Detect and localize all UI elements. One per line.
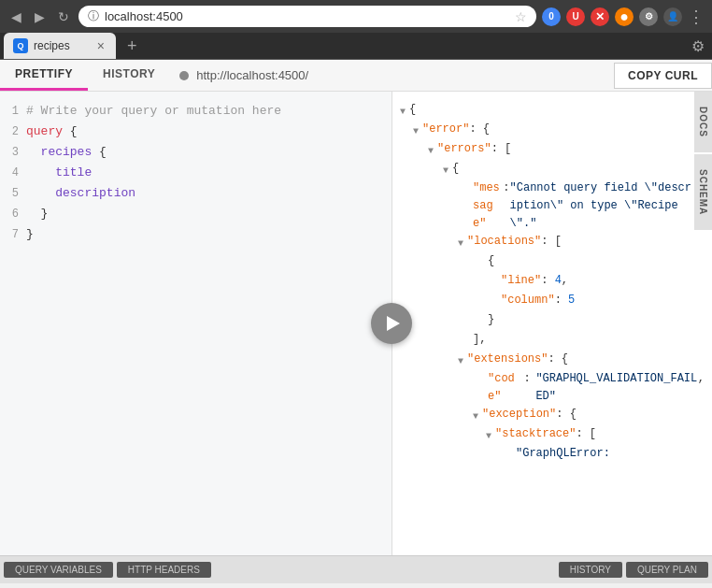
collapse-icon-12[interactable]: ▼ xyxy=(458,351,463,370)
prettify-button[interactable]: PRETTIFY xyxy=(0,60,88,91)
tab-bar: Q recipes × + ⚙ xyxy=(0,33,712,60)
run-button[interactable] xyxy=(371,303,412,344)
collapse-icon-6[interactable]: ▼ xyxy=(458,233,463,252)
query-plan-button[interactable]: QUERY PLAN xyxy=(626,562,708,578)
line-number-6: 6 xyxy=(0,205,26,223)
editor-line-6: 6 } xyxy=(0,204,392,224)
bottom-bar: QUERY VARIABLES HTTP HEADERS HISTORY QUE… xyxy=(0,555,712,583)
resp-line-3: ▼ "errors": [ xyxy=(392,140,712,160)
resp-line-2: ▼ "error": { xyxy=(392,121,712,140)
gql-toolbar: PRETTIFY HISTORY http://localhost:4500/ … xyxy=(0,60,712,92)
collapse-icon-14[interactable]: ▼ xyxy=(473,406,478,425)
spacer-10 xyxy=(473,311,484,331)
resp-line-5: "message": "Cannot query field \"descrip… xyxy=(392,179,712,233)
spacer-16 xyxy=(501,445,512,465)
browser-actions: 0 U ✕ ● ⚙ 👤 ⋮ xyxy=(542,7,705,27)
url-text: localhost:4500 xyxy=(105,9,509,23)
ext-icon-gear[interactable]: ⚙ xyxy=(639,7,658,26)
line-content-1: # Write your query or mutation here xyxy=(26,102,392,121)
resp-line-16: "GraphQLError: xyxy=(392,445,712,465)
browser-chrome: ◀ ▶ ↻ ⓘ localhost:4500 ☆ 0 U ✕ ● ⚙ 👤 ⋮ Q… xyxy=(0,0,712,60)
tab-recipes[interactable]: Q recipes × xyxy=(4,33,116,59)
collapse-icon-4[interactable]: ▼ xyxy=(443,160,449,179)
history-bottom-button[interactable]: HISTORY xyxy=(559,562,622,578)
tab-title: recipes xyxy=(34,39,90,52)
url-display: http://localhost:4500/ xyxy=(196,68,308,82)
line-content-2: query { xyxy=(26,122,392,141)
resp-line-1: ▼ { xyxy=(392,101,712,121)
spacer-13 xyxy=(473,370,484,390)
resp-line-9: "column": 5 xyxy=(392,292,712,311)
browser-titlebar: ◀ ▶ ↻ ⓘ localhost:4500 ☆ 0 U ✕ ● ⚙ 👤 ⋮ xyxy=(0,0,712,33)
back-button[interactable]: ◀ xyxy=(7,7,25,26)
spacer-7 xyxy=(473,252,484,272)
forward-button[interactable]: ▶ xyxy=(31,7,49,26)
ext-icon-x[interactable]: ✕ xyxy=(591,7,609,26)
history-button[interactable]: HISTORY xyxy=(88,60,170,91)
spacer-9 xyxy=(486,292,497,311)
editor-area: 1 # Write your query or mutation here 2 … xyxy=(0,92,712,555)
spacer-5 xyxy=(458,179,469,199)
address-bar[interactable]: ⓘ localhost:4500 ☆ xyxy=(78,6,536,27)
resp-line-4: ▼ { xyxy=(392,160,712,179)
docs-tab[interactable]: DOCS xyxy=(694,92,712,152)
url-dot xyxy=(179,71,189,80)
editor-content[interactable]: 1 # Write your query or mutation here 2 … xyxy=(0,92,392,555)
url-area: http://localhost:4500/ xyxy=(170,65,614,86)
lock-icon: ⓘ xyxy=(88,8,99,24)
line-content-4: title xyxy=(26,164,392,182)
line-number-3: 3 xyxy=(0,143,26,162)
query-variables-button[interactable]: QUERY VARIABLES xyxy=(4,562,113,578)
editor-line-4: 4 title xyxy=(0,163,392,183)
query-editor[interactable]: 1 # Write your query or mutation here 2 … xyxy=(0,92,392,555)
star-icon: ☆ xyxy=(515,9,527,24)
resp-line-6: ▼ "locations": [ xyxy=(392,233,712,252)
spacer-8 xyxy=(486,272,497,292)
spacer-11 xyxy=(458,331,469,351)
line-number-4: 4 xyxy=(0,164,26,182)
schema-tab[interactable]: SCHEMA xyxy=(694,154,712,230)
collapse-icon-15[interactable]: ▼ xyxy=(486,425,491,445)
line-content-7: } xyxy=(26,225,392,244)
ext-icon-0[interactable]: 0 xyxy=(542,7,561,26)
resp-line-12: ▼ "extensions": { xyxy=(392,351,712,370)
collapse-icon-1[interactable]: ▼ xyxy=(400,101,406,121)
collapse-icon-3[interactable]: ▼ xyxy=(428,140,434,160)
resp-line-11: ], xyxy=(392,331,712,351)
resp-line-8: "line": 4, xyxy=(392,272,712,292)
tab-favicon: Q xyxy=(13,38,28,53)
line-content-5: description xyxy=(26,184,392,203)
line-number-7: 7 xyxy=(0,225,26,244)
refresh-button[interactable]: ↻ xyxy=(54,7,73,26)
resp-line-10: } xyxy=(392,311,712,331)
line-number-1: 1 xyxy=(0,102,26,121)
line-content-3: recipes { xyxy=(26,143,392,162)
editor-line-1: 1 # Write your query or mutation here xyxy=(0,101,392,122)
editor-line-7: 7 } xyxy=(0,224,392,245)
profile-icon[interactable]: 👤 xyxy=(663,7,682,26)
line-number-5: 5 xyxy=(0,184,26,203)
resp-line-15: ▼ "stacktrace": [ xyxy=(392,425,712,445)
ext-icon-u[interactable]: U xyxy=(566,7,585,26)
editor-line-5: 5 description xyxy=(0,183,392,204)
editor-line-2: 2 query { xyxy=(0,122,392,142)
line-content-6: } xyxy=(26,205,392,223)
line-number-2: 2 xyxy=(0,122,26,141)
resp-line-7: { xyxy=(392,252,712,272)
tab-close-button[interactable]: × xyxy=(95,38,107,53)
menu-dots[interactable]: ⋮ xyxy=(688,7,705,27)
gql-app: PRETTIFY HISTORY http://localhost:4500/ … xyxy=(0,60,712,583)
ext-icon-orange[interactable]: ● xyxy=(615,7,634,26)
editor-line-3: 3 recipes { xyxy=(0,142,392,163)
copy-curl-button[interactable]: COPY CURL xyxy=(614,63,712,89)
gear-button[interactable]: ⚙ xyxy=(688,34,708,59)
collapse-icon-2[interactable]: ▼ xyxy=(413,121,419,140)
new-tab-button[interactable]: + xyxy=(121,35,143,58)
side-tabs: DOCS SCHEMA xyxy=(694,92,712,555)
resp-line-13: "code": "GRAPHQL_VALIDATION_FAILED", xyxy=(392,370,712,406)
resp-line-14: ▼ "exception": { xyxy=(392,406,712,425)
http-headers-button[interactable]: HTTP HEADERS xyxy=(117,562,211,578)
response-panel: ▼ { ▼ "error": { ▼ "errors": [ ▼ { "mess… xyxy=(392,92,712,555)
